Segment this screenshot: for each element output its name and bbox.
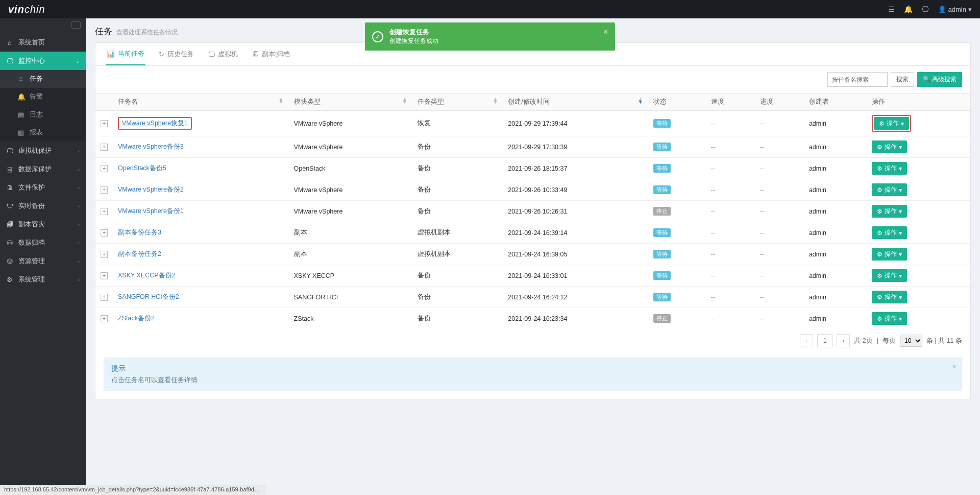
row-action-button[interactable]: ⚙ 操作 ▾	[872, 205, 907, 218]
time-cell: 2021-09-26 18:15:37	[503, 158, 648, 179]
sidebar-item[interactable]: 🗎文件保护‹	[0, 178, 86, 197]
sidebar-item[interactable]: ⌂系统首页	[0, 33, 86, 52]
sidebar-sub-item[interactable]: ▤日志	[0, 106, 86, 124]
progress-cell: --	[755, 136, 804, 158]
expand-row[interactable]: +	[101, 294, 108, 301]
sidebar-item[interactable]: 🖵虚拟机保护‹	[0, 142, 86, 160]
per-page-select[interactable]: 10	[900, 335, 922, 347]
tab[interactable]: 🗐副本|归档	[251, 43, 291, 65]
row-action-button[interactable]: ⚙ 操作 ▾	[872, 248, 907, 261]
expand-row[interactable]: +	[101, 120, 108, 127]
expand-row[interactable]: +	[101, 165, 108, 172]
sidebar-item[interactable]: 🛡实时备份‹	[0, 197, 86, 215]
expand-row[interactable]: +	[101, 272, 108, 279]
tab[interactable]: 📊当前任务	[106, 43, 145, 65]
toast-msg: 创建恢复任务成功	[389, 37, 438, 45]
module-cell: 副本	[289, 244, 412, 265]
row-action-button[interactable]: ⚙ 操作 ▾	[874, 117, 909, 130]
time-cell: 2021-09-29 17:39:44	[503, 111, 648, 136]
row-action-button[interactable]: ⚙ 操作 ▾	[872, 226, 907, 239]
task-name-link[interactable]: SANGFOR HCI备份2	[118, 293, 179, 300]
column-header[interactable]: 任务名▲▼	[113, 93, 289, 111]
prev-page[interactable]: ‹	[800, 334, 813, 347]
column-header[interactable]: 创建/修改时间▲▼	[503, 93, 648, 111]
status-badge: 等待	[653, 250, 671, 258]
expand-row[interactable]: +	[101, 208, 108, 215]
chevron-left-icon: ‹	[78, 203, 80, 209]
column-header[interactable]: 模块类型▲▼	[289, 93, 412, 111]
chevron-left-icon: ‹	[78, 148, 80, 154]
time-cell: 2021-09-24 16:39:14	[503, 222, 648, 244]
type-cell: 备份	[412, 265, 503, 287]
nav-label: 任务	[30, 75, 43, 83]
sidebar-sub-item[interactable]: ▥报表	[0, 124, 86, 142]
next-page[interactable]: ›	[837, 334, 850, 347]
time-cell: 2021-09-29 17:30:39	[503, 136, 648, 158]
toast-title: 创建恢复任务	[389, 28, 438, 37]
column-header[interactable]: 任务类型▲▼	[412, 93, 503, 111]
task-name-link[interactable]: 副本备份任务2	[118, 250, 161, 257]
tab-label: 历史任务	[167, 50, 194, 59]
sidebar-sub-item[interactable]: 🔔告警	[0, 88, 86, 106]
creator-cell: admin	[804, 111, 867, 136]
expand-row[interactable]: +	[101, 186, 108, 194]
speed-cell: --	[706, 179, 755, 201]
nav-label: 系统管理	[18, 275, 45, 284]
column-header[interactable]: 进度	[755, 93, 804, 111]
task-name-link[interactable]: ZStack备份2	[118, 315, 155, 322]
expand-row[interactable]: +	[101, 229, 108, 237]
close-icon[interactable]: ×	[952, 362, 957, 371]
sidebar-item[interactable]: ⛁数据归档‹	[0, 233, 86, 252]
row-action-button[interactable]: ⚙ 操作 ▾	[872, 269, 907, 282]
expand-row[interactable]: +	[101, 144, 108, 151]
column-header[interactable]: 速度	[706, 93, 755, 111]
sidebar-item[interactable]: 🗐副本容灾‹	[0, 215, 86, 233]
sidebar-item[interactable]: 🖵监控中心⌄	[0, 52, 86, 70]
type-cell: 备份	[412, 201, 503, 222]
task-name-link[interactable]: XSKY XECCP备份2	[118, 272, 176, 279]
creator-cell: admin	[804, 244, 867, 265]
sidebar-item[interactable]: ⛁资源管理‹	[0, 252, 86, 270]
tab[interactable]: 🖵虚拟机	[207, 43, 239, 65]
sidebar-sub-item[interactable]: ≡任务	[0, 70, 86, 88]
type-cell: 备份	[412, 158, 503, 179]
task-name-link[interactable]: VMware vSphere恢复1	[122, 120, 188, 127]
gear-icon: ⚙	[879, 120, 885, 127]
user-menu[interactable]: 👤 admin ▾	[938, 6, 972, 13]
expand-row[interactable]: +	[101, 251, 108, 258]
task-name-link[interactable]: VMware vSphere备份1	[118, 207, 184, 215]
gear-icon: ⚙	[877, 272, 883, 279]
sidebar-item[interactable]: ⌸数据库保护‹	[0, 160, 86, 178]
row-action-button[interactable]: ⚙ 操作 ▾	[872, 291, 907, 303]
monitor-icon[interactable]: 🖵	[922, 5, 929, 13]
row-action-button[interactable]: ⚙ 操作 ▾	[872, 183, 907, 196]
user-icon: 👤	[938, 6, 946, 13]
column-header[interactable]: 创建者	[804, 93, 867, 111]
advanced-search-button[interactable]: 🔍 高级搜索	[917, 72, 962, 87]
search-button[interactable]: 搜索	[891, 72, 914, 87]
row-action-button[interactable]: ⚙ 操作 ▾	[872, 162, 907, 175]
task-name-link[interactable]: VMware vSphere备份3	[118, 143, 184, 150]
list-icon[interactable]: ☰	[888, 5, 895, 13]
row-action-button[interactable]: ⚙ 操作 ▾	[872, 140, 907, 153]
task-name-link[interactable]: 副本备份任务3	[118, 229, 161, 236]
search-input[interactable]	[827, 72, 888, 87]
gear-icon: ⚙	[877, 294, 883, 301]
table-row: + 副本备份任务3 副本 虚拟机副本 2021-09-24 16:39:14 等…	[95, 222, 970, 244]
nav-icon: ≡	[17, 75, 24, 83]
nav-label: 文件保护	[18, 183, 45, 192]
chevron-down-icon: ▾	[899, 208, 902, 215]
sidebar-item[interactable]: ⚙系统管理‹	[0, 270, 86, 289]
task-name-link[interactable]: VMware vSphere备份2	[118, 186, 184, 193]
bell-icon[interactable]: 🔔	[904, 5, 913, 13]
progress-cell: --	[755, 287, 804, 308]
task-name-link[interactable]: OpenStack备份5	[118, 164, 166, 172]
close-icon[interactable]: ×	[603, 28, 608, 37]
expand-row[interactable]: +	[101, 315, 108, 322]
row-action-button[interactable]: ⚙ 操作 ▾	[872, 312, 907, 325]
column-header[interactable]: 操作	[867, 93, 970, 111]
sidebar-collapse[interactable]	[0, 18, 86, 33]
column-header[interactable]: 状态	[648, 93, 706, 111]
tab[interactable]: ↻历史任务	[158, 43, 195, 65]
creator-cell: admin	[804, 158, 867, 179]
